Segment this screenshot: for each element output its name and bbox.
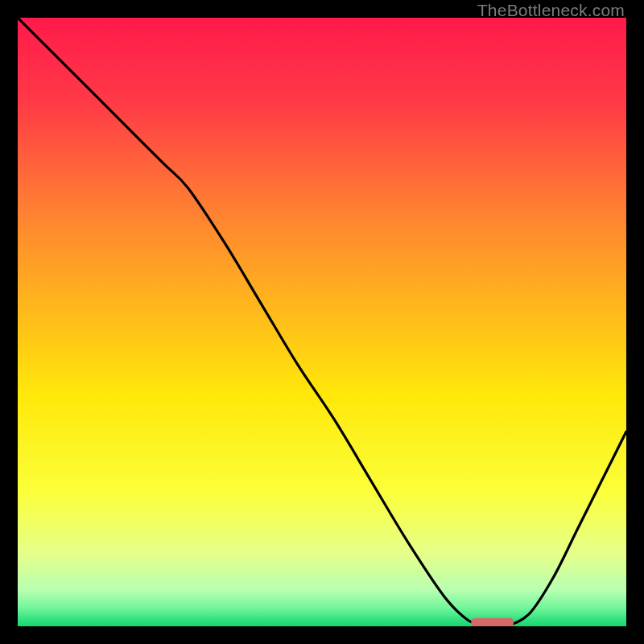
optimal-range-marker [471,618,514,626]
bottleneck-chart [18,18,626,626]
chart-frame [18,18,626,626]
